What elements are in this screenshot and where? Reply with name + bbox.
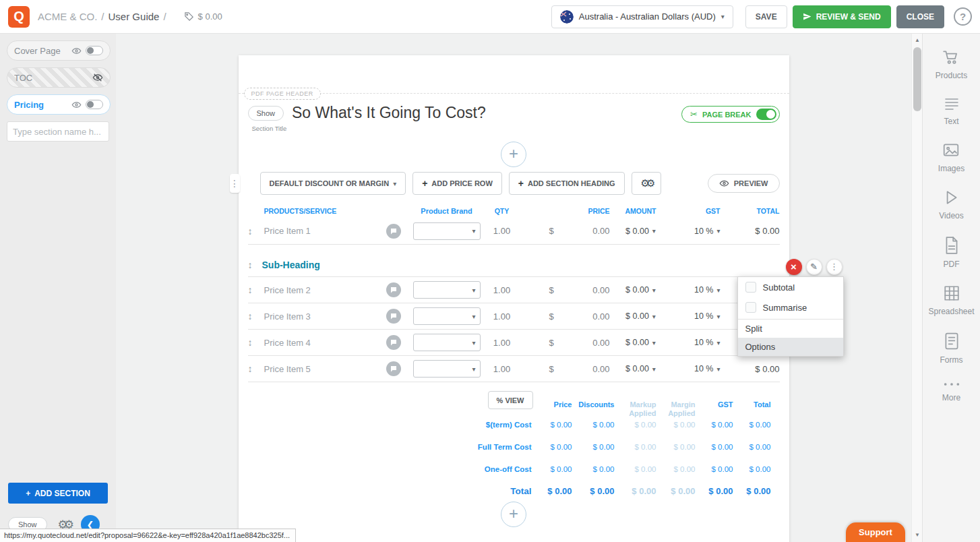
eye-icon[interactable] bbox=[71, 100, 82, 110]
gst-select[interactable]: 10 %▾ bbox=[672, 227, 721, 236]
sidebar-item-toc[interactable]: TOC bbox=[7, 67, 111, 88]
section-title[interactable]: So What's It Going To Cost? bbox=[292, 104, 486, 122]
review-send-button[interactable]: REVIEW & SEND bbox=[793, 5, 891, 28]
product-brand-select[interactable]: ▾ bbox=[413, 281, 481, 299]
add-section-heading-button[interactable]: + ADD SECTION HEADING bbox=[509, 172, 625, 195]
tool-text[interactable]: Text bbox=[942, 96, 961, 126]
scrollbar-thumb[interactable] bbox=[913, 47, 921, 111]
gst-select[interactable]: 10 %▾ bbox=[672, 285, 721, 295]
sidebar-item-cover-page[interactable]: Cover Page bbox=[7, 40, 111, 61]
eye-off-icon[interactable] bbox=[92, 72, 103, 83]
product-brand-select[interactable]: ▾ bbox=[413, 334, 481, 351]
price-input[interactable]: 0.00 bbox=[592, 226, 609, 236]
scroll-up-arrow[interactable]: ▲ bbox=[912, 35, 923, 46]
app-logo[interactable]: Q bbox=[8, 6, 30, 28]
price-input[interactable]: 0.00 bbox=[592, 364, 609, 374]
drag-handle-icon[interactable]: ↕ bbox=[248, 363, 264, 374]
sub-heading-text[interactable]: Sub-Heading bbox=[262, 260, 320, 270]
section-visibility-toggle[interactable] bbox=[86, 100, 103, 109]
drag-handle-icon[interactable]: ↕ bbox=[248, 260, 253, 270]
qty-input[interactable]: 1.00 bbox=[481, 311, 524, 322]
preview-button[interactable]: PREVIEW bbox=[708, 174, 780, 193]
price-input[interactable]: 0.00 bbox=[592, 338, 609, 348]
new-section-name-input[interactable] bbox=[7, 121, 109, 142]
pricing-settings-button[interactable]: ⚙⚙ bbox=[632, 172, 662, 195]
qty-input[interactable]: 1.00 bbox=[481, 364, 524, 374]
tool-images[interactable]: Images bbox=[938, 142, 964, 173]
page-break-toggle[interactable]: ✂ PAGE BREAK bbox=[681, 106, 779, 123]
add-price-row-button[interactable]: + ADD PRICE ROW bbox=[412, 172, 502, 195]
more-options-icon[interactable]: ⋮ bbox=[826, 259, 843, 275]
close-button[interactable]: CLOSE bbox=[896, 5, 944, 28]
percent-view-button[interactable]: % VIEW bbox=[488, 391, 533, 409]
amount-select[interactable]: $ 0.00▾ bbox=[610, 311, 672, 321]
qty-input[interactable]: 1.00 bbox=[481, 285, 524, 295]
gst-select[interactable]: 10 %▾ bbox=[672, 311, 721, 321]
delete-subheading-button[interactable]: × bbox=[786, 259, 802, 275]
gst-select[interactable]: 10 %▾ bbox=[672, 364, 721, 373]
menu-item-split[interactable]: Split bbox=[738, 320, 843, 338]
subtotal-checkbox[interactable] bbox=[745, 282, 756, 293]
gst-select[interactable]: 10 %▾ bbox=[672, 338, 721, 347]
amount-select[interactable]: $ 0.00▾ bbox=[610, 364, 672, 373]
amount-select[interactable]: $ 0.00▾ bbox=[610, 285, 672, 295]
currency-selector[interactable]: Australia - Australian Dollars (AUD) ▾ bbox=[551, 5, 733, 28]
tool-label: Products bbox=[936, 71, 967, 80]
price-item-name[interactable]: Price Item 4 bbox=[264, 338, 386, 348]
price-item-name[interactable]: Price Item 2 bbox=[264, 285, 386, 295]
summary-total-label: Total bbox=[412, 486, 533, 496]
qty-input[interactable]: 1.00 bbox=[481, 338, 524, 348]
menu-item-summarise[interactable]: Summarise bbox=[738, 297, 843, 318]
tool-more[interactable]: More bbox=[942, 380, 961, 402]
breadcrumb-company[interactable]: ACME & CO. bbox=[38, 11, 97, 22]
breadcrumb-document[interactable]: User Guide bbox=[109, 11, 160, 22]
amount-select[interactable]: $ 0.00▾ bbox=[610, 227, 672, 236]
title-show-toggle[interactable]: Show bbox=[248, 106, 284, 121]
add-section-button[interactable]: + ADD SECTION bbox=[8, 483, 108, 504]
product-brand-select[interactable]: ▾ bbox=[413, 307, 481, 325]
qty-input[interactable]: 1.00 bbox=[481, 226, 524, 236]
price-input[interactable]: 0.00 bbox=[592, 311, 609, 322]
add-content-block-button[interactable]: + bbox=[501, 502, 526, 527]
drag-handle-icon[interactable]: ↕ bbox=[248, 311, 264, 322]
price-item-name[interactable]: Price Item 1 bbox=[264, 226, 386, 236]
comment-icon[interactable] bbox=[386, 224, 401, 239]
page-break-switch[interactable] bbox=[756, 109, 776, 120]
drag-handle-icon[interactable]: ↕ bbox=[248, 284, 264, 295]
sidebar-item-pricing[interactable]: Pricing bbox=[7, 94, 111, 115]
section-visibility-toggle[interactable] bbox=[86, 46, 103, 55]
amount-select[interactable]: $ 0.00▾ bbox=[610, 338, 672, 347]
menu-item-options[interactable]: Options bbox=[738, 338, 843, 356]
eye-icon[interactable] bbox=[71, 46, 82, 56]
product-brand-select[interactable]: ▾ bbox=[413, 222, 481, 240]
eye-icon bbox=[719, 179, 729, 187]
help-icon[interactable]: ? bbox=[954, 7, 972, 26]
drag-handle-icon[interactable]: ↕ bbox=[248, 226, 264, 237]
comment-icon[interactable] bbox=[386, 361, 401, 376]
price-item-name[interactable]: Price Item 5 bbox=[264, 364, 386, 374]
block-drag-handle[interactable]: ⋮ bbox=[230, 174, 240, 193]
summarise-checkbox[interactable] bbox=[745, 302, 756, 313]
tool-spreadsheet[interactable]: Spreadsheet bbox=[928, 284, 974, 316]
scroll-down-arrow[interactable]: ▼ bbox=[912, 530, 923, 541]
tool-pdf[interactable]: PDF bbox=[943, 236, 960, 269]
price-item-name[interactable]: Price Item 3 bbox=[264, 311, 386, 322]
tool-videos[interactable]: Videos bbox=[939, 189, 963, 220]
summary-value: $ 0.00 bbox=[615, 465, 656, 473]
comment-icon[interactable] bbox=[386, 335, 401, 350]
product-brand-select[interactable]: ▾ bbox=[413, 360, 481, 378]
edit-pencil-icon[interactable]: ✎ bbox=[806, 259, 822, 275]
drag-handle-icon[interactable]: ↕ bbox=[248, 337, 264, 348]
price-input[interactable]: 0.00 bbox=[592, 285, 609, 295]
comment-icon[interactable] bbox=[386, 309, 401, 324]
tool-products[interactable]: Products bbox=[936, 49, 967, 80]
support-button[interactable]: Support bbox=[846, 522, 905, 542]
save-button[interactable]: SAVE bbox=[745, 5, 787, 28]
vertical-scrollbar[interactable]: ▲ ▼ bbox=[911, 34, 922, 542]
comment-icon[interactable] bbox=[386, 282, 401, 297]
menu-item-subtotal[interactable]: Subtotal bbox=[738, 277, 843, 297]
tool-forms[interactable]: Forms bbox=[940, 332, 963, 365]
default-discount-dropdown[interactable]: DEFAULT DISCOUNT OR MARGIN ▾ bbox=[260, 172, 406, 195]
add-content-block-button[interactable]: + bbox=[501, 142, 526, 167]
total-price-value: $ 0.00 bbox=[198, 11, 222, 22]
